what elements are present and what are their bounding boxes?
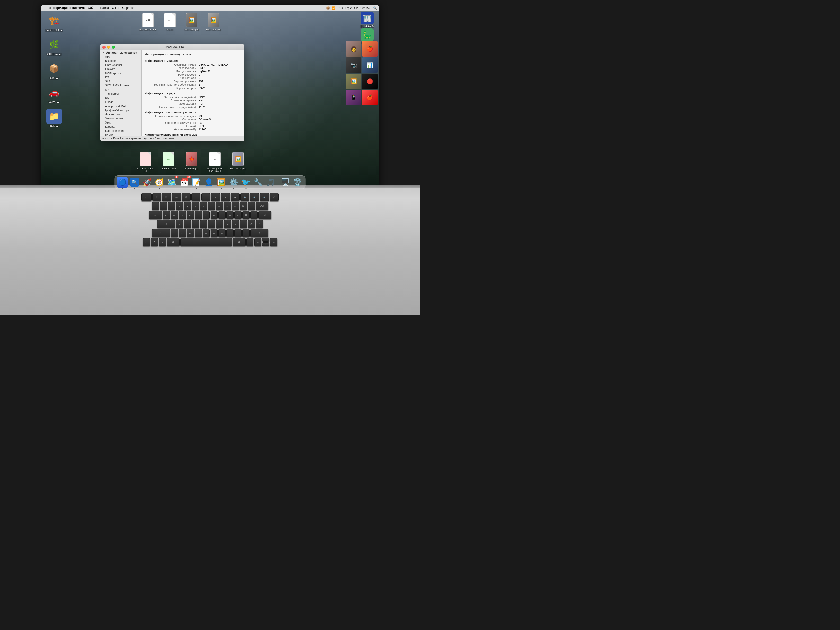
key-o[interactable]: O (226, 211, 234, 219)
dock-item-safari[interactable]: 🧭 (154, 177, 165, 188)
key-period[interactable]: . (234, 229, 242, 237)
key-k[interactable]: K (232, 220, 239, 228)
photo-img4483[interactable]: 📷 (346, 57, 361, 73)
key-u[interactable]: U (210, 211, 218, 219)
key-r[interactable]: R (186, 211, 194, 219)
key-alt[interactable]: ⌥ (159, 238, 166, 246)
key-m[interactable]: M (218, 229, 226, 237)
sidebar-item-ibridge[interactable]: iBridge (100, 100, 141, 104)
dock-item-finder2[interactable]: 🔍 (129, 177, 141, 188)
key-j[interactable]: J (224, 220, 231, 228)
key-c[interactable]: C (186, 229, 194, 237)
key-tab[interactable]: ⇥ (149, 211, 162, 219)
dock-item-finder[interactable]: 🔵 (117, 177, 128, 188)
key-f3[interactable]: □□ (172, 193, 181, 201)
photo-plot[interactable]: 📊 (362, 57, 377, 73)
photo-macprodom[interactable]: 🍎 (362, 90, 377, 105)
sidebar-hardware-category[interactable]: Аппаратные средства (100, 51, 141, 55)
key-f1[interactable]: ☀ (152, 193, 161, 201)
key-lshift[interactable]: ⇧ (152, 229, 170, 237)
desktop-icon-greeva[interactable]: 🌿 GREEVA ☁ (44, 37, 64, 55)
sidebar-item-thunderbolt[interactable]: Thunderbolt (100, 92, 141, 96)
key-f9[interactable]: ▶▶ (231, 193, 240, 201)
key-p[interactable]: P (234, 211, 242, 219)
sidebar-item-graphics[interactable]: Графика/Мониторы (100, 108, 141, 112)
photo-img4520[interactable]: 📱 (346, 90, 361, 105)
key-x[interactable]: X (178, 229, 186, 237)
search-icon[interactable]: 🔍 (373, 6, 377, 10)
key-6[interactable]: 6 (200, 202, 207, 210)
key-power[interactable]: ◯ (270, 193, 279, 201)
desktop-icon-volvo[interactable]: 🚗 volvo. ☁ (44, 85, 64, 103)
sidebar-item-sata[interactable]: SATA/SATA Express (100, 84, 141, 87)
key-f4[interactable]: ▧ (182, 193, 191, 201)
key-n[interactable]: N (210, 229, 218, 237)
dock-item-notes[interactable]: 📝 (191, 177, 202, 188)
key-f12[interactable]: 🔊 (260, 193, 269, 201)
file-img4479[interactable]: 🖼️ IMG_4479.jpeg (229, 151, 247, 172)
photo-mamamac[interactable]: 🍎 (362, 41, 377, 57)
key-d[interactable]: D (192, 220, 199, 228)
dock-item-maps[interactable]: 🗺️ 3 (166, 177, 178, 188)
sidebar-item-camera[interactable]: Камера (100, 125, 141, 129)
key-right[interactable]: → (270, 238, 278, 246)
key-esc[interactable]: esc (141, 193, 152, 201)
key-f[interactable]: F (200, 220, 207, 228)
menu-window[interactable]: Окно (112, 6, 119, 10)
key-dash[interactable]: - (242, 229, 249, 237)
dock-item-photos[interactable]: 🖼️ (216, 177, 227, 188)
key-9[interactable]: 9 (224, 202, 231, 210)
key-a-umlaut[interactable]: Ä (256, 220, 263, 228)
close-button[interactable] (103, 46, 106, 49)
sidebar-item-ethernet[interactable]: Карты Ethernet (100, 129, 141, 133)
key-accent[interactable]: ´ (248, 202, 255, 210)
dock-item-monitor[interactable]: 🖥️ (280, 177, 291, 188)
key-rshift[interactable]: ⇧ (250, 229, 268, 237)
file-tmp-txt[interactable]: TXT tmp.txt (161, 13, 179, 31)
sidebar-item-bluetooth[interactable]: Bluetooth (100, 59, 141, 63)
key-a[interactable]: A (176, 220, 183, 228)
dock-item-launchpad[interactable]: 🚀 (142, 177, 153, 188)
key-plus[interactable]: + (250, 211, 257, 219)
key-u-umlaut[interactable]: Ü (242, 211, 249, 219)
key-caret[interactable]: ^ (152, 202, 159, 210)
key-i[interactable]: I (218, 211, 226, 219)
sidebar-item-usb[interactable]: USB (100, 96, 141, 100)
sidebar-item-ata[interactable]: ATA (100, 55, 141, 59)
key-return[interactable]: ↵ (258, 211, 271, 219)
desktop-icon-gb[interactable]: 📦 GB. ☁ (44, 61, 64, 79)
dock-item-metronome[interactable]: 🎵 (265, 177, 276, 188)
dock-item-calendar[interactable]: 📅 25 (178, 177, 190, 188)
key-lcmd[interactable]: ⌘ (167, 238, 180, 246)
key-b[interactable]: B (202, 229, 210, 237)
file-img-3186[interactable]: 🖼️ IMG-3186.png (183, 13, 201, 31)
key-y[interactable]: Y (171, 229, 178, 237)
key-left[interactable]: ← (254, 238, 262, 246)
sidebar-item-raid[interactable]: Аппаратный RAID (100, 104, 141, 108)
key-q[interactable]: Q (163, 211, 170, 219)
key-8[interactable]: 8 (216, 202, 223, 210)
sidebar-item-pci[interactable]: PCI (100, 75, 141, 79)
menu-file[interactable]: Файл (88, 6, 95, 10)
key-f6[interactable]: 〉 (201, 193, 210, 201)
dock-item-tweetbot[interactable]: 🐦 (240, 177, 252, 188)
sidebar-item-disc[interactable]: Запись дисков (100, 116, 141, 120)
key-1[interactable]: 1 (160, 202, 167, 210)
key-ralt[interactable]: ⌥ (246, 238, 254, 246)
file-absc-konto[interactable]: PDF 17_Absc...konto.pdf (136, 151, 155, 172)
key-f7[interactable]: ▶ (211, 193, 220, 201)
sidebar-item-sound[interactable]: Звук (100, 120, 141, 125)
key-ss[interactable]: ß (240, 202, 247, 210)
desktop-icon-zagruzka[interactable]: 🏗️ ZAGRUZKA ☁ (44, 13, 64, 32)
photo-img4482[interactable]: 👩 (346, 41, 361, 57)
dock-item-contacts[interactable]: 👤 (203, 177, 215, 188)
key-e[interactable]: E€ (178, 211, 186, 219)
key-fn[interactable]: fn (143, 238, 150, 246)
key-f8[interactable]: ▲ (221, 193, 230, 201)
sidebar-item-sas[interactable]: SAS (100, 79, 141, 84)
photo-img4484[interactable]: 🖼️ (346, 74, 361, 89)
key-f5[interactable]: 〈 (191, 193, 201, 201)
key-f11[interactable]: 🔉 (250, 193, 259, 201)
key-2[interactable]: 2 (168, 202, 175, 210)
sidebar-item-spi[interactable]: SPI (100, 87, 141, 92)
